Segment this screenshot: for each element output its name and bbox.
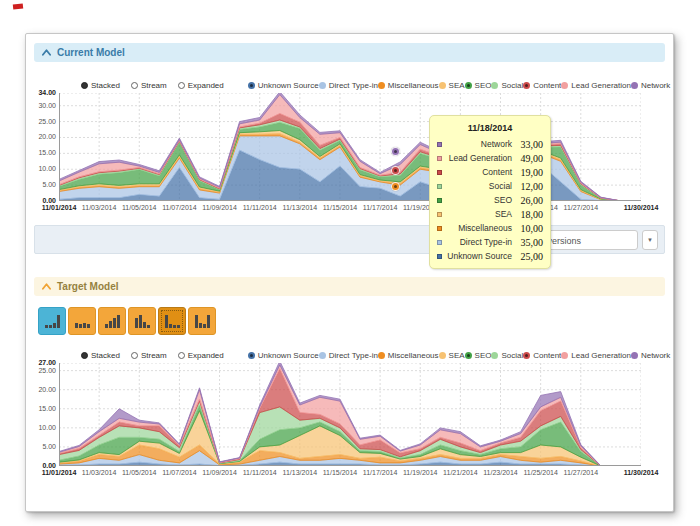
series-marker-icon <box>439 352 446 359</box>
dashboard-panel: Current Model StackedStreamExpandedUnkno… <box>25 33 674 512</box>
radio-label: Stream <box>141 81 167 90</box>
legend-item-direct-type-in[interactable]: Direct Type-in <box>319 81 378 90</box>
tooltip-series-value: 12,00 <box>515 181 543 192</box>
series-swatch-icon <box>437 226 442 231</box>
spark-button-2[interactable] <box>68 307 96 335</box>
chart-tooltip: 11/18/2014Network33,00Lead Generation49,… <box>429 115 551 269</box>
series-marker-icon <box>248 82 255 89</box>
legend-label: Unknown Source <box>258 351 319 360</box>
radio-icon <box>131 82 138 89</box>
legend-item-miscellaneous[interactable]: Miscellaneous <box>378 351 439 360</box>
section-header-target-model[interactable]: Target Model <box>34 277 665 296</box>
series-marker-icon <box>631 82 638 89</box>
legend-item-sea[interactable]: SEA <box>439 81 465 90</box>
tooltip-row-unknown-source: Unknown Source25,00 <box>437 249 543 263</box>
radio-stacked[interactable]: Stacked <box>81 81 120 90</box>
series-marker-icon <box>561 352 568 359</box>
section-header-current-model[interactable]: Current Model <box>34 43 665 62</box>
marker-core <box>525 354 528 357</box>
series-marker-icon <box>465 82 472 89</box>
legend-item-direct-type-in[interactable]: Direct Type-in <box>319 351 378 360</box>
radio-expanded[interactable]: Expanded <box>178 351 224 360</box>
radio-label: Expanded <box>188 351 224 360</box>
spark-button-6[interactable] <box>188 307 216 335</box>
y-axis-label: 10.00 <box>28 424 56 432</box>
legend-item-network[interactable]: Network <box>631 351 670 360</box>
y-axis-label: 20.00 <box>28 386 56 394</box>
spark-button-4[interactable] <box>128 307 156 335</box>
spark-button-3[interactable] <box>98 307 126 335</box>
dropdown-toggle-button[interactable]: ▼ <box>642 230 658 250</box>
current-model-plot[interactable] <box>59 93 641 201</box>
collapse-up-icon <box>42 49 51 56</box>
spark-button-5[interactable] <box>158 307 186 335</box>
bar-chart-icon <box>135 315 150 328</box>
legend-item-lead-generation[interactable]: Lead Generation <box>561 81 631 90</box>
legend-label: Direct Type-in <box>329 351 378 360</box>
legend-item-network[interactable]: Network <box>631 81 670 90</box>
series-marker-icon <box>378 352 385 359</box>
chart-current-model[interactable]: 0.005.0010.0015.0020.0025.0030.0034.0011… <box>59 93 641 201</box>
legend-label: Direct Type-in <box>329 81 378 90</box>
legend-label: Lead Generation <box>571 81 631 90</box>
tooltip-row-direct-type-in: Direct Type-in35,00 <box>437 235 543 249</box>
tooltip-series-label: Content <box>446 167 515 177</box>
legend-item-miscellaneous[interactable]: Miscellaneous <box>378 81 439 90</box>
caret-down-icon: ▼ <box>647 237 653 243</box>
legend-item-lead-generation[interactable]: Lead Generation <box>561 351 631 360</box>
tooltip-series-label: Direct Type-in <box>446 237 515 247</box>
tooltip-row-miscellaneous: Miscellaneous10,00 <box>437 221 543 235</box>
y-axis-label: 5.00 <box>28 181 56 189</box>
y-axis-label: 15.00 <box>28 149 56 157</box>
radio-label: Stream <box>141 351 167 360</box>
series-swatch-icon <box>437 240 442 245</box>
hover-marker-miscellaneous <box>391 182 400 191</box>
hover-marker-content <box>391 166 400 175</box>
series-marker-icon <box>248 352 255 359</box>
radio-icon <box>81 82 88 89</box>
legend-item-social[interactable]: Social <box>491 81 523 90</box>
series-swatch-icon <box>437 198 442 203</box>
tooltip-row-lead-generation: Lead Generation49,00 <box>437 151 543 165</box>
series-swatch-icon <box>437 156 442 161</box>
x-axis-label: 11/30/2014 <box>615 204 667 211</box>
legend-item-unknown-source[interactable]: Unknown Source <box>248 81 319 90</box>
legend-item-social[interactable]: Social <box>491 351 523 360</box>
radio-stream[interactable]: Stream <box>131 81 167 90</box>
legend-item-sea[interactable]: SEA <box>439 351 465 360</box>
section-title-current: Current Model <box>57 47 125 58</box>
legend-label: Lead Generation <box>571 351 631 360</box>
series-swatch-icon <box>437 212 442 217</box>
radio-icon <box>178 82 185 89</box>
tooltip-series-label: Social <box>446 181 515 191</box>
chart-target-model[interactable]: 0.005.0010.0015.0020.0025.0027.0011/01/2… <box>59 363 641 466</box>
legend-label: Unknown Source <box>258 81 319 90</box>
radio-stream[interactable]: Stream <box>131 351 167 360</box>
legend-label: SEA <box>449 81 465 90</box>
legend-item-unknown-source[interactable]: Unknown Source <box>248 351 319 360</box>
spark-button-1[interactable] <box>38 307 66 335</box>
y-axis-label: 10.00 <box>28 165 56 173</box>
series-marker-icon <box>491 352 498 359</box>
legend-label: SEO <box>475 81 492 90</box>
series-marker-icon <box>319 82 326 89</box>
radio-stacked[interactable]: Stacked <box>81 351 120 360</box>
hover-marker-network <box>391 147 400 156</box>
radio-expanded[interactable]: Expanded <box>178 81 224 90</box>
y-axis-label: 5.00 <box>28 443 56 451</box>
y-axis-label: 15.00 <box>28 405 56 413</box>
legend-label: Social <box>501 81 523 90</box>
series-marker-icon <box>439 82 446 89</box>
legend-item-content[interactable]: Content <box>523 351 561 360</box>
legend-label: SEA <box>449 351 465 360</box>
radio-group: StackedStreamExpanded <box>81 81 224 90</box>
chart2-controls: StackedStreamExpandedUnknown SourceDirec… <box>81 349 663 362</box>
legend-item-content[interactable]: Content <box>523 81 561 90</box>
tooltip-date: 11/18/2014 <box>437 123 543 133</box>
legend-item-seo[interactable]: SEO <box>465 81 492 90</box>
tooltip-series-label: Miscellaneous <box>446 223 515 233</box>
collapse-up-icon <box>42 283 51 290</box>
x-axis-label: 11/27/2014 <box>555 469 607 476</box>
legend-item-seo[interactable]: SEO <box>465 351 492 360</box>
target-model-plot[interactable] <box>59 363 641 466</box>
